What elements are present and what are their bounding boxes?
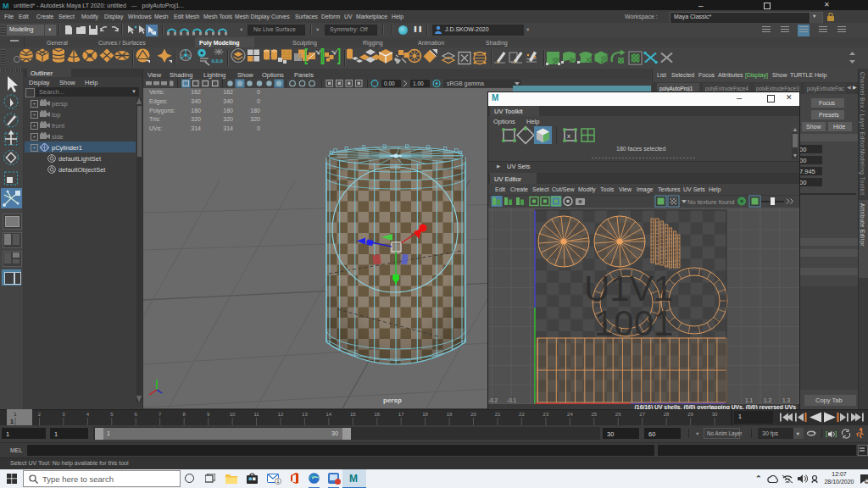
- svg-text:29: 29: [687, 412, 693, 417]
- svg-text:0.00: 0.00: [384, 80, 395, 86]
- svg-text:1.00: 1.00: [413, 80, 424, 86]
- svg-text:-0.2: -0.2: [488, 397, 498, 403]
- svg-text:20: 20: [470, 412, 476, 417]
- svg-text:1001: 1001: [594, 303, 673, 343]
- svg-text:24: 24: [567, 412, 573, 417]
- svg-text:5: 5: [110, 412, 114, 417]
- svg-text:persp: persp: [383, 396, 402, 404]
- svg-text:30: 30: [712, 412, 718, 417]
- svg-text:25: 25: [591, 412, 597, 417]
- svg-text:1.3: 1.3: [782, 397, 790, 403]
- svg-text:1.1: 1.1: [745, 397, 753, 403]
- svg-text:27: 27: [639, 412, 645, 417]
- svg-text:1: 1: [10, 419, 14, 424]
- svg-text:16: 16: [374, 412, 380, 417]
- svg-text:13: 13: [302, 412, 308, 417]
- svg-text:23: 23: [543, 412, 549, 417]
- svg-text:0,0,0: 0,0,0: [212, 58, 224, 64]
- svg-text:11: 11: [253, 412, 259, 417]
- svg-text:3: 3: [62, 412, 65, 417]
- svg-text:6: 6: [135, 412, 138, 417]
- svg-text:2: 2: [38, 412, 42, 417]
- svg-text:1.2: 1.2: [764, 397, 771, 403]
- svg-text:22: 22: [519, 412, 525, 417]
- svg-text:18: 18: [422, 412, 428, 417]
- svg-text:-0.1: -0.1: [507, 397, 517, 403]
- svg-text:U1V1: U1V1: [584, 269, 673, 308]
- svg-text:8: 8: [183, 412, 186, 417]
- svg-text:21: 21: [495, 412, 501, 417]
- svg-text:19: 19: [447, 412, 453, 417]
- svg-text:26: 26: [615, 412, 621, 417]
- svg-text:17: 17: [398, 412, 404, 417]
- svg-text:4: 4: [86, 412, 90, 417]
- svg-text:12: 12: [865, 480, 868, 484]
- svg-text:10: 10: [230, 412, 236, 417]
- svg-text:12: 12: [278, 412, 284, 417]
- svg-text:7: 7: [159, 412, 162, 417]
- svg-text:28: 28: [664, 412, 670, 417]
- svg-text:x: x: [567, 132, 570, 140]
- svg-text:15: 15: [350, 412, 356, 417]
- svg-text:No texture found: No texture found: [687, 198, 734, 206]
- svg-text:sRGB gamma: sRGB gamma: [447, 80, 484, 87]
- svg-text:9: 9: [207, 412, 210, 417]
- svg-text:14: 14: [326, 412, 331, 417]
